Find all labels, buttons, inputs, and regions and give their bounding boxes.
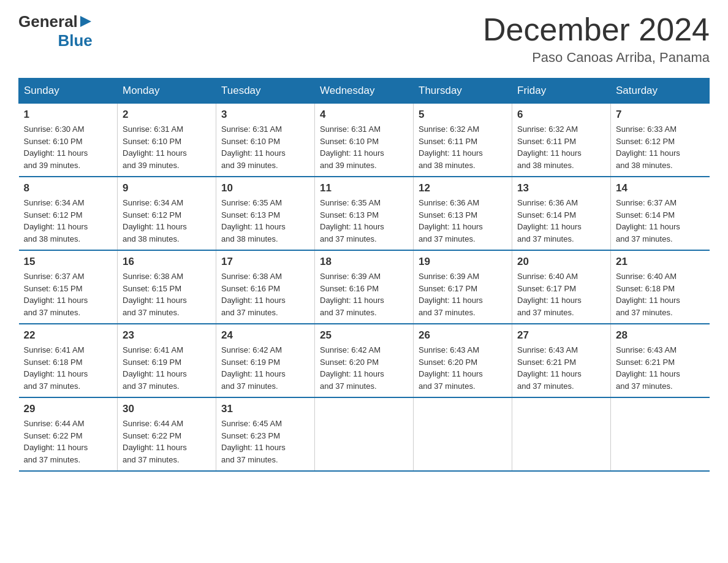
day-number: 20: [517, 256, 605, 268]
day-info: Sunrise: 6:39 AM Sunset: 6:16 PM Dayligh…: [320, 270, 408, 318]
page-header: General Blue December 2024 Paso Canoas A…: [18, 12, 710, 66]
day-number: 26: [419, 329, 507, 342]
day-info: Sunrise: 6:37 AM Sunset: 6:15 PM Dayligh…: [24, 270, 113, 318]
calendar-week-3: 15 Sunrise: 6:37 AM Sunset: 6:15 PM Dayl…: [19, 250, 710, 324]
day-info: Sunrise: 6:31 AM Sunset: 6:10 PM Dayligh…: [320, 123, 408, 171]
calendar-week-1: 1 Sunrise: 6:30 AM Sunset: 6:10 PM Dayli…: [19, 104, 710, 177]
calendar-cell: 25 Sunrise: 6:42 AM Sunset: 6:20 PM Dayl…: [315, 324, 414, 397]
calendar-cell: 30 Sunrise: 6:44 AM Sunset: 6:22 PM Dayl…: [118, 397, 216, 471]
day-number: 9: [123, 182, 211, 194]
calendar-cell: 6 Sunrise: 6:32 AM Sunset: 6:11 PM Dayli…: [512, 104, 611, 177]
calendar-cell: 20 Sunrise: 6:40 AM Sunset: 6:17 PM Dayl…: [512, 250, 611, 324]
day-info: Sunrise: 6:38 AM Sunset: 6:16 PM Dayligh…: [221, 270, 309, 318]
svg-marker-0: [80, 16, 91, 27]
logo: General Blue: [18, 12, 93, 50]
calendar-cell: 1 Sunrise: 6:30 AM Sunset: 6:10 PM Dayli…: [19, 104, 118, 177]
calendar-cell: 5 Sunrise: 6:32 AM Sunset: 6:11 PM Dayli…: [414, 104, 512, 177]
calendar-cell: 14 Sunrise: 6:37 AM Sunset: 6:14 PM Dayl…: [611, 177, 710, 250]
calendar-cell: 4 Sunrise: 6:31 AM Sunset: 6:10 PM Dayli…: [315, 104, 414, 177]
day-info: Sunrise: 6:34 AM Sunset: 6:12 PM Dayligh…: [24, 197, 113, 245]
logo-blue-text: Blue: [58, 31, 92, 50]
calendar-cell: 7 Sunrise: 6:33 AM Sunset: 6:12 PM Dayli…: [611, 104, 710, 177]
calendar-cell: 9 Sunrise: 6:34 AM Sunset: 6:12 PM Dayli…: [118, 177, 216, 250]
calendar-week-2: 8 Sunrise: 6:34 AM Sunset: 6:12 PM Dayli…: [19, 177, 710, 250]
day-number: 13: [517, 182, 605, 194]
calendar-header: Sunday Monday Tuesday Wednesday Thursday…: [19, 79, 710, 104]
day-number: 3: [221, 109, 309, 121]
day-info: Sunrise: 6:34 AM Sunset: 6:12 PM Dayligh…: [123, 197, 211, 245]
day-info: Sunrise: 6:36 AM Sunset: 6:14 PM Dayligh…: [517, 197, 605, 245]
header-wednesday: Wednesday: [315, 79, 414, 104]
calendar-week-5: 29 Sunrise: 6:44 AM Sunset: 6:22 PM Dayl…: [19, 397, 710, 471]
calendar-cell: 21 Sunrise: 6:40 AM Sunset: 6:18 PM Dayl…: [611, 250, 710, 324]
header-sunday: Sunday: [19, 79, 118, 104]
calendar-cell: 3 Sunrise: 6:31 AM Sunset: 6:10 PM Dayli…: [216, 104, 315, 177]
day-info: Sunrise: 6:31 AM Sunset: 6:10 PM Dayligh…: [221, 123, 309, 171]
day-number: 25: [320, 329, 408, 342]
title-section: December 2024 Paso Canoas Arriba, Panama: [483, 12, 710, 66]
day-number: 16: [123, 256, 211, 268]
day-number: 31: [221, 403, 309, 415]
calendar-cell: [414, 397, 512, 471]
day-info: Sunrise: 6:36 AM Sunset: 6:13 PM Dayligh…: [419, 197, 507, 245]
day-info: Sunrise: 6:38 AM Sunset: 6:15 PM Dayligh…: [123, 270, 211, 318]
header-tuesday: Tuesday: [216, 79, 315, 104]
day-number: 14: [616, 182, 705, 194]
calendar-body: 1 Sunrise: 6:30 AM Sunset: 6:10 PM Dayli…: [19, 104, 710, 472]
day-info: Sunrise: 6:37 AM Sunset: 6:14 PM Dayligh…: [616, 197, 705, 245]
location-subtitle: Paso Canoas Arriba, Panama: [483, 50, 710, 66]
day-info: Sunrise: 6:40 AM Sunset: 6:18 PM Dayligh…: [616, 270, 705, 318]
day-info: Sunrise: 6:43 AM Sunset: 6:20 PM Dayligh…: [419, 344, 507, 392]
day-number: 28: [616, 329, 705, 342]
calendar-cell: 24 Sunrise: 6:42 AM Sunset: 6:19 PM Dayl…: [216, 324, 315, 397]
day-number: 2: [123, 109, 211, 121]
calendar-cell: 16 Sunrise: 6:38 AM Sunset: 6:15 PM Dayl…: [118, 250, 216, 324]
day-number: 24: [221, 329, 309, 342]
calendar-cell: 26 Sunrise: 6:43 AM Sunset: 6:20 PM Dayl…: [414, 324, 512, 397]
day-number: 5: [419, 109, 507, 121]
logo-arrow-icon: [79, 15, 93, 28]
day-info: Sunrise: 6:45 AM Sunset: 6:23 PM Dayligh…: [221, 418, 309, 465]
day-number: 29: [24, 403, 113, 415]
calendar-table: Sunday Monday Tuesday Wednesday Thursday…: [18, 78, 710, 472]
day-number: 15: [24, 256, 113, 268]
day-info: Sunrise: 6:35 AM Sunset: 6:13 PM Dayligh…: [221, 197, 309, 245]
day-number: 12: [419, 182, 507, 194]
calendar-cell: 13 Sunrise: 6:36 AM Sunset: 6:14 PM Dayl…: [512, 177, 611, 250]
day-info: Sunrise: 6:35 AM Sunset: 6:13 PM Dayligh…: [320, 197, 408, 245]
day-number: 11: [320, 182, 408, 194]
header-thursday: Thursday: [414, 79, 512, 104]
day-number: 21: [616, 256, 705, 268]
header-saturday: Saturday: [611, 79, 710, 104]
calendar-cell: 15 Sunrise: 6:37 AM Sunset: 6:15 PM Dayl…: [19, 250, 118, 324]
calendar-cell: 31 Sunrise: 6:45 AM Sunset: 6:23 PM Dayl…: [216, 397, 315, 471]
calendar-cell: [611, 397, 710, 471]
day-info: Sunrise: 6:30 AM Sunset: 6:10 PM Dayligh…: [24, 123, 113, 171]
day-info: Sunrise: 6:44 AM Sunset: 6:22 PM Dayligh…: [123, 418, 211, 465]
day-number: 30: [123, 403, 211, 415]
calendar-cell: [512, 397, 611, 471]
day-info: Sunrise: 6:31 AM Sunset: 6:10 PM Dayligh…: [123, 123, 211, 171]
day-info: Sunrise: 6:43 AM Sunset: 6:21 PM Dayligh…: [616, 344, 705, 392]
calendar-cell: 28 Sunrise: 6:43 AM Sunset: 6:21 PM Dayl…: [611, 324, 710, 397]
calendar-cell: 17 Sunrise: 6:38 AM Sunset: 6:16 PM Dayl…: [216, 250, 315, 324]
day-number: 19: [419, 256, 507, 268]
calendar-week-4: 22 Sunrise: 6:41 AM Sunset: 6:18 PM Dayl…: [19, 324, 710, 397]
header-row: Sunday Monday Tuesday Wednesday Thursday…: [19, 79, 710, 104]
day-number: 10: [221, 182, 309, 194]
day-info: Sunrise: 6:40 AM Sunset: 6:17 PM Dayligh…: [517, 270, 605, 318]
day-number: 17: [221, 256, 309, 268]
logo-general-text: General: [18, 12, 78, 31]
calendar-cell: 8 Sunrise: 6:34 AM Sunset: 6:12 PM Dayli…: [19, 177, 118, 250]
calendar-cell: 10 Sunrise: 6:35 AM Sunset: 6:13 PM Dayl…: [216, 177, 315, 250]
day-number: 6: [517, 109, 605, 121]
month-title: December 2024: [483, 12, 710, 47]
day-number: 22: [24, 329, 113, 342]
day-info: Sunrise: 6:32 AM Sunset: 6:11 PM Dayligh…: [419, 123, 507, 171]
header-monday: Monday: [118, 79, 216, 104]
day-info: Sunrise: 6:43 AM Sunset: 6:21 PM Dayligh…: [517, 344, 605, 392]
day-number: 7: [616, 109, 705, 121]
day-number: 1: [24, 109, 113, 121]
day-info: Sunrise: 6:41 AM Sunset: 6:18 PM Dayligh…: [24, 344, 113, 392]
calendar-cell: 19 Sunrise: 6:39 AM Sunset: 6:17 PM Dayl…: [414, 250, 512, 324]
